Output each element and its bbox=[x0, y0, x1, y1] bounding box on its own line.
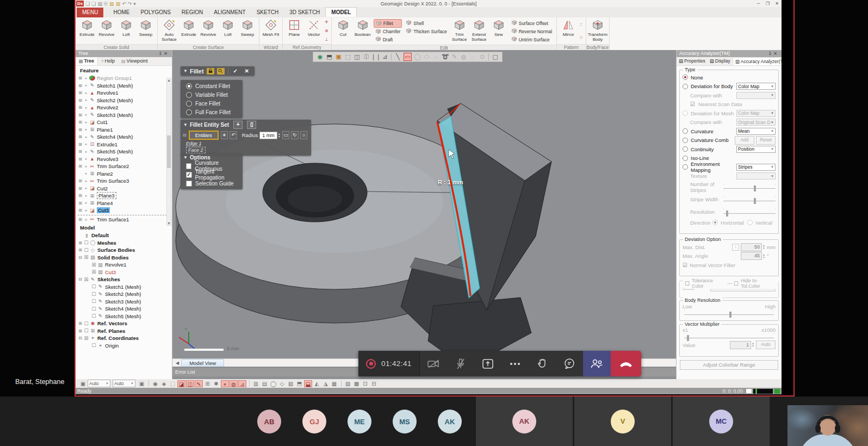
polyvector-icon[interactable]: ⊕ bbox=[325, 28, 328, 33]
participants-button[interactable] bbox=[583, 351, 611, 376]
share-screen-button[interactable] bbox=[474, 351, 501, 376]
ribbon-tab-polygons[interactable]: POLYGONS bbox=[135, 8, 176, 17]
tab-model-view[interactable]: Model View bbox=[181, 359, 224, 367]
accent-swatch[interactable] bbox=[774, 389, 780, 394]
expand-icon[interactable]: ⊞ bbox=[78, 247, 83, 252]
wireframe-mode-icon[interactable]: ▤ bbox=[261, 380, 269, 387]
checkbox-icon[interactable]: ☑ bbox=[683, 262, 687, 268]
expand-icon[interactable]: ⊞ bbox=[78, 186, 83, 191]
checkbox-icon[interactable]: ☒ bbox=[91, 262, 96, 268]
plane-section-icon[interactable]: ⎅ bbox=[362, 53, 371, 60]
undo-icon[interactable]: ↶ bbox=[122, 1, 126, 7]
raise-hand-button[interactable] bbox=[529, 351, 556, 376]
button-transform-body[interactable]: Transform Body bbox=[588, 18, 607, 44]
dropdown-deviation-for-body[interactable]: Color Map▼ bbox=[736, 83, 776, 90]
checkbox-icon[interactable]: ☒ bbox=[84, 255, 89, 260]
tree-tab-help[interactable]: ?Help bbox=[98, 57, 118, 65]
expand-icon[interactable]: ⊞ bbox=[78, 120, 83, 125]
curve-visibility-icon[interactable]: ◍ bbox=[230, 380, 238, 387]
visibility-icon[interactable]: ● bbox=[84, 194, 88, 197]
fillet-type-full-face-fillet[interactable]: Full Face Fillet bbox=[181, 108, 243, 116]
scroll-up-icon[interactable]: ▲ bbox=[167, 78, 171, 82]
visibility-icon[interactable]: ● bbox=[84, 165, 88, 168]
ribbon-tab-3d-sketch[interactable]: 3D SKETCH bbox=[284, 8, 325, 17]
expand-icon[interactable]: ⊞ bbox=[78, 208, 83, 213]
button-boolean[interactable]: Boolean bbox=[353, 18, 373, 45]
panel-tab-display[interactable]: ▤Display bbox=[708, 57, 733, 65]
visibility-icon[interactable]: ● bbox=[84, 91, 88, 95]
fillet-type-variable-fillet[interactable]: Variable Fillet bbox=[181, 90, 243, 99]
filter-select-icon[interactable]: ⊙ bbox=[478, 53, 487, 60]
tree-item-sketch2-mesh[interactable]: ⊞●✎Sketch2 (Mesh) bbox=[76, 97, 172, 104]
visibility-icon[interactable]: ● bbox=[84, 143, 88, 146]
new-file-icon[interactable]: ❏ bbox=[85, 1, 90, 7]
tree-item-trim-surface1[interactable]: ⊞⊘✂Trim Surface1 bbox=[76, 216, 172, 224]
deviation-mode-icon[interactable]: ▦ bbox=[330, 380, 338, 387]
face-mode-icon[interactable]: ▧ bbox=[287, 380, 295, 387]
radio-icon[interactable] bbox=[683, 84, 688, 89]
tree-item-cut3[interactable]: ⊞●◪Cut3 bbox=[76, 207, 172, 214]
maximize-button[interactable]: ❒ bbox=[763, 1, 772, 6]
dropdown-compare-with[interactable]: ▼ bbox=[736, 92, 776, 99]
ribbon-tab-alignment[interactable]: ALIGNMENT bbox=[208, 8, 251, 17]
zoom-selection-icon[interactable] bbox=[217, 68, 225, 75]
checkbox-icon[interactable]: ☒ bbox=[84, 277, 89, 282]
tree-item-revolve1[interactable]: ⊞●▲Revolve1 bbox=[76, 89, 172, 97]
tree-tab-viewpoint[interactable]: ▤Viewpoint bbox=[118, 57, 151, 65]
circular-pattern-icon[interactable]: ⁙ bbox=[579, 35, 583, 40]
collapse-arrow-icon[interactable]: ▼ bbox=[183, 155, 188, 160]
rebuild-icon[interactable]: ↻ bbox=[291, 131, 298, 139]
rectangle-select-icon[interactable]: ▭ bbox=[404, 53, 412, 61]
expand-icon[interactable]: ⊞ bbox=[78, 193, 83, 198]
tree-item-surface-bodies[interactable]: ⊞☐◇Surface Bodies bbox=[76, 246, 172, 254]
expand-icon[interactable]: ⊞ bbox=[78, 134, 83, 139]
open-icon[interactable]: ▨ bbox=[109, 1, 114, 7]
tree-item-ref-coordinates[interactable]: ⊟☒⌖Ref. Coordinates bbox=[76, 334, 172, 342]
scroll-down-icon[interactable]: ▼ bbox=[167, 221, 171, 225]
tree-item-sketch1-mesh[interactable]: ⊞●✎Sketch1 (Mesh) bbox=[76, 82, 172, 90]
fillet-type-constant-fillet[interactable]: Constant Fillet bbox=[181, 82, 243, 90]
tree-item-sketch1-mesh[interactable]: ☐✎Sketch1 (Mesh) bbox=[76, 283, 172, 291]
orbit-globe-icon[interactable]: ◉ bbox=[315, 53, 325, 60]
visibility-icon[interactable]: ● bbox=[84, 209, 88, 212]
delete-set-icon[interactable]: ▯ bbox=[247, 121, 256, 129]
expand-icon[interactable]: ⊞ bbox=[78, 201, 83, 206]
tree-scrollbar[interactable]: ▲ ▼ bbox=[166, 78, 171, 226]
button-shell[interactable]: Shell bbox=[404, 19, 448, 27]
selection-face-2[interactable]: Face 2 bbox=[186, 147, 206, 153]
tree-item-sketch3-mesh[interactable]: ☐✎Sketch3 (Mesh) bbox=[76, 298, 172, 306]
button-add[interactable]: Add bbox=[735, 136, 754, 145]
button-surface-offset[interactable]: Surface Offset bbox=[510, 19, 554, 27]
panel-tab-accuracy-analyzer-tm[interactable]: ▥Accuracy Analyzer(TM) bbox=[733, 57, 782, 65]
pin-icon[interactable]: ↧ bbox=[159, 51, 164, 56]
shaded-render-icon[interactable]: ▣ bbox=[334, 53, 343, 60]
visibility-icon[interactable]: ● bbox=[84, 113, 88, 116]
polyline-select-icon[interactable]: ⌔ bbox=[431, 53, 441, 60]
radio-icon[interactable] bbox=[683, 164, 688, 170]
radio-horizontal[interactable] bbox=[712, 220, 718, 225]
body-visibility-icon[interactable]: ◪ bbox=[177, 380, 185, 387]
section-tool-icon[interactable]: ◫ bbox=[352, 53, 362, 60]
auto-button[interactable]: Auto bbox=[756, 340, 776, 349]
dropdown-curvature[interactable]: Mean▼ bbox=[736, 128, 776, 135]
button-sweep[interactable]: Sweep bbox=[238, 18, 257, 44]
pin-icon[interactable]: ↧ bbox=[768, 51, 774, 56]
tree-item-plane1[interactable]: ⊞●⊞Plane1 bbox=[76, 126, 172, 134]
checkbox-icon[interactable]: ☐ bbox=[91, 313, 96, 319]
button-extend-surface[interactable]: Extend Surface bbox=[469, 18, 489, 45]
visibility-icon[interactable]: ● bbox=[84, 106, 88, 109]
checkbox-icon[interactable]: ☒ bbox=[84, 336, 89, 341]
expand-icon[interactable]: ⊞ bbox=[78, 76, 83, 80]
expand-icon[interactable]: ⊟ bbox=[78, 336, 83, 340]
tree-item-ref-planes[interactable]: ⊞☐⊞Ref. Planes bbox=[76, 327, 172, 335]
selection-box-icon[interactable]: ▣ bbox=[138, 380, 146, 387]
box-view-icon[interactable]: ⬒ bbox=[325, 53, 334, 60]
tree-item-sketch4-mesh[interactable]: ☐✎Sketch4 (Mesh) bbox=[76, 305, 172, 313]
ellipse-select-icon[interactable]: ⬭ bbox=[422, 53, 431, 60]
radio-icon[interactable] bbox=[683, 146, 688, 152]
visibility-icon[interactable]: ● bbox=[84, 98, 88, 102]
flood-select-icon[interactable]: ◌ bbox=[468, 54, 478, 60]
radio-vertical[interactable] bbox=[747, 220, 753, 225]
paint-select-icon[interactable]: ✎ bbox=[450, 53, 459, 60]
checkbox-icon[interactable]: ☒ bbox=[91, 269, 96, 275]
